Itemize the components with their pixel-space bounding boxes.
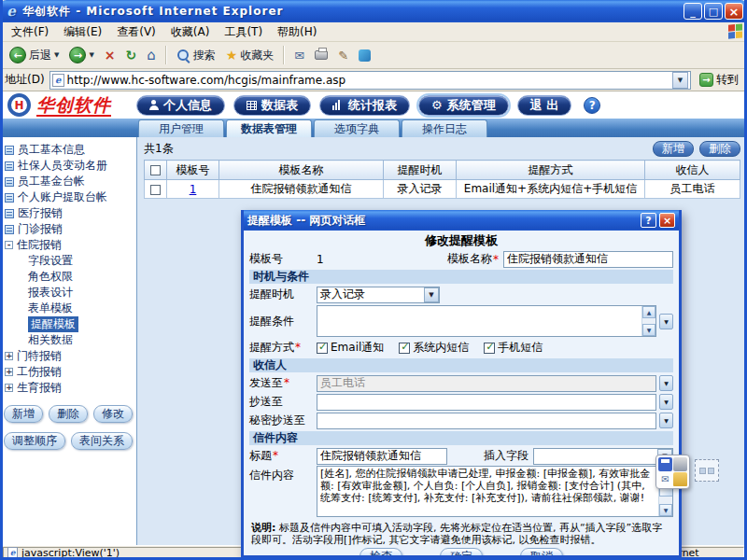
- go-button[interactable]: → 转到: [696, 71, 742, 89]
- template-name-input[interactable]: [503, 251, 673, 268]
- tree-item[interactable]: 门诊报销: [0, 221, 136, 237]
- cc-input[interactable]: [317, 394, 656, 411]
- column-header: 提醒方式: [457, 161, 645, 180]
- cell-method: Email通知+系统内短信+手机短信: [457, 180, 645, 199]
- select-all-checkbox[interactable]: [150, 165, 161, 175]
- menu-item-view[interactable]: 查看(V): [109, 22, 163, 42]
- scroll-up-button[interactable]: ▲: [642, 306, 655, 318]
- tab-option-dictionary[interactable]: 选项字典: [314, 119, 400, 137]
- mail-icon[interactable]: ✉: [658, 472, 672, 486]
- address-dropdown-button[interactable]: ▼: [672, 72, 688, 89]
- close-button[interactable]: ×: [725, 3, 743, 20]
- chevron-down-icon: ▼: [54, 51, 59, 59]
- tree-item[interactable]: 医疗报销: [0, 205, 136, 221]
- dialog-close-button[interactable]: ×: [659, 213, 675, 228]
- forward-button[interactable]: → ▼: [65, 45, 97, 65]
- template-id-link[interactable]: 1: [190, 183, 197, 196]
- nav-button-reports[interactable]: 统计报表: [319, 95, 410, 116]
- subject-input[interactable]: [317, 448, 447, 465]
- help-button[interactable]: ?: [584, 97, 600, 114]
- dialog-help-button[interactable]: ?: [641, 213, 656, 228]
- minimize-button[interactable]: _: [684, 3, 702, 20]
- menu-item-edit[interactable]: 编辑(E): [56, 22, 109, 42]
- adjust-order-button[interactable]: 调整顺序: [4, 432, 65, 450]
- add-button[interactable]: 新增: [653, 141, 694, 157]
- section-timing: 时机与条件: [249, 270, 673, 284]
- label-method: 提醒方式*: [249, 340, 317, 356]
- home-button[interactable]: ⌂: [143, 45, 160, 65]
- edit-button[interactable]: ✎: [334, 47, 352, 64]
- tree-item-selected[interactable]: 提醒模板: [0, 316, 136, 332]
- sidebar-delete-button[interactable]: 删除: [49, 405, 88, 423]
- cancel-button[interactable]: 取消: [520, 548, 563, 555]
- print-button[interactable]: [311, 49, 331, 62]
- collapse-icon[interactable]: -: [5, 241, 13, 249]
- send-to-select-button[interactable]: ▼: [659, 375, 673, 391]
- maximize-button[interactable]: □: [704, 3, 723, 20]
- expand-icon[interactable]: +: [5, 368, 13, 376]
- bcc-select-button[interactable]: ▼: [659, 413, 673, 428]
- send-to-input[interactable]: [317, 375, 656, 392]
- tab-data-table-management[interactable]: 数据表管理: [226, 119, 312, 137]
- tree-item[interactable]: 字段设置: [0, 253, 136, 269]
- tab-user-management[interactable]: 用户管理: [138, 119, 224, 137]
- bcc-input[interactable]: [317, 413, 656, 429]
- menu-item-file[interactable]: 文件(F): [4, 22, 56, 42]
- expand-icon[interactable]: +: [5, 352, 13, 360]
- tree-item[interactable]: 角色权限: [0, 269, 136, 285]
- mail-button[interactable]: ✉: [290, 47, 308, 64]
- nav-button-data-tables[interactable]: 数据表: [233, 95, 311, 116]
- scrollbar[interactable]: ▲ ▼: [641, 306, 655, 336]
- print-icon[interactable]: [673, 457, 687, 471]
- table-relations-button[interactable]: 表间关系: [71, 432, 133, 450]
- tree-item[interactable]: 员工基本信息: [0, 142, 136, 158]
- tab-bar: 用户管理 数据表管理 选项字典 操作日志: [0, 119, 747, 137]
- tab-operation-log[interactable]: 操作日志: [402, 119, 487, 137]
- expand-icon[interactable]: +: [5, 384, 13, 392]
- tree-item[interactable]: 表单模板: [0, 301, 136, 316]
- tree-item[interactable]: +工伤报销: [0, 364, 136, 380]
- stop-button[interactable]: ×: [101, 46, 120, 64]
- search-button[interactable]: 搜索: [173, 46, 219, 65]
- folder-icon[interactable]: [673, 472, 687, 486]
- scroll-down-button[interactable]: ▼: [659, 504, 672, 516]
- nav-button-system[interactable]: ⚙ 系统管理: [418, 95, 509, 116]
- nav-button-exit[interactable]: 退 出: [517, 95, 572, 116]
- favorites-button[interactable]: ★ 收藏夹: [222, 46, 278, 65]
- sidebar-add-button[interactable]: 新增: [4, 405, 43, 423]
- confirm-button[interactable]: 确定: [440, 548, 483, 555]
- menu-item-tools[interactable]: 工具(T): [217, 22, 270, 42]
- checkbox-email[interactable]: ✓: [317, 343, 328, 354]
- refresh-button[interactable]: ↻: [122, 46, 141, 64]
- tree-item[interactable]: 相关数据: [0, 332, 136, 348]
- checkbox-system-sms[interactable]: ✓: [399, 343, 410, 354]
- body-textarea[interactable]: [姓名], 您的住院报销领款申请已处理, 申报金额: [申报金额], 有效审批金…: [317, 466, 673, 517]
- tree-item[interactable]: 个人账户提取台帐: [0, 189, 136, 205]
- checkbox-mobile-sms[interactable]: ✓: [484, 343, 495, 354]
- sidebar-modify-button[interactable]: 修改: [93, 405, 133, 423]
- insert-field-select[interactable]: ▼: [533, 448, 673, 465]
- menu-item-favorites[interactable]: 收藏(A): [163, 22, 218, 42]
- tree-item[interactable]: 社保人员变动名册: [0, 158, 136, 174]
- save-icon[interactable]: [658, 457, 672, 471]
- back-button[interactable]: ← 后退 ▼: [6, 45, 63, 65]
- nav-button-personal-info[interactable]: 个人信息: [136, 95, 225, 116]
- address-input[interactable]: [67, 73, 669, 88]
- check-button[interactable]: 检查: [359, 548, 402, 555]
- tree-item[interactable]: 报表设计: [0, 285, 136, 301]
- cc-select-button[interactable]: ▼: [659, 394, 673, 410]
- tree-item[interactable]: -住院报销: [0, 237, 136, 253]
- menu-item-help[interactable]: 帮助(H): [270, 22, 324, 42]
- tree-item[interactable]: 员工基金台帐: [0, 174, 136, 189]
- timing-select[interactable]: 录入记录 ▼: [317, 287, 440, 303]
- scroll-down-button[interactable]: ▼: [642, 324, 655, 336]
- condition-textarea[interactable]: ▲ ▼: [317, 305, 656, 337]
- condition-expand-button[interactable]: ▼: [659, 314, 673, 329]
- note-text: 标题及信件内容中可填入活动字段, 先将光标定位在适当位置, 再从“插入字段”选取…: [251, 522, 662, 546]
- tree-item[interactable]: +门特报销: [0, 348, 136, 364]
- tree-item[interactable]: +生育报销: [0, 380, 136, 396]
- row-checkbox[interactable]: [150, 185, 161, 195]
- messenger-button[interactable]: [355, 48, 374, 63]
- checkbox-mobile-sms-label: 手机短信: [498, 340, 543, 356]
- delete-button[interactable]: 删除: [699, 141, 740, 157]
